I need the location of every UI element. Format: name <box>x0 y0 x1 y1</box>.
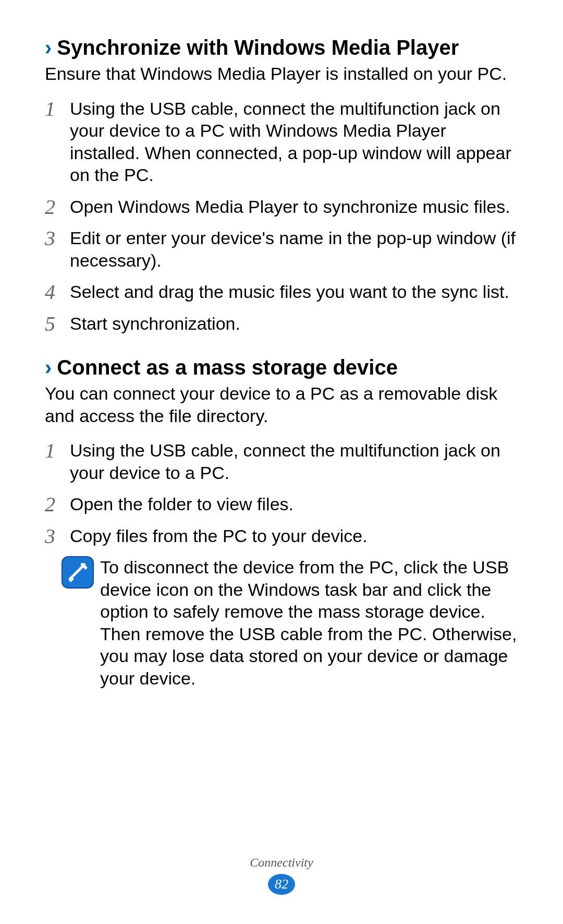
manual-page: › Synchronize with Windows Media Player … <box>0 0 563 924</box>
step-text: Edit or enter your device's name in the … <box>70 227 518 271</box>
step-item: 3 Edit or enter your device's name in th… <box>45 227 518 271</box>
note-block: To disconnect the device from the PC, cl… <box>45 556 518 689</box>
chevron-icon: › <box>45 37 52 58</box>
note-text: To disconnect the device from the PC, cl… <box>100 556 518 689</box>
chevron-icon: › <box>45 357 52 378</box>
heading-text: Synchronize with Windows Media Player <box>57 35 459 59</box>
step-number: 1 <box>45 439 70 461</box>
step-text: Select and drag the music files you want… <box>70 281 518 303</box>
steps-list-sync: 1 Using the USB cable, connect the multi… <box>45 98 518 335</box>
intro-text: Ensure that Windows Media Player is inst… <box>45 63 518 85</box>
page-number-badge: 82 <box>267 873 296 896</box>
step-item: 2 Open the folder to view files. <box>45 493 518 515</box>
step-item: 3 Copy files from the PC to your device. <box>45 525 518 547</box>
step-item: 4 Select and drag the music files you wa… <box>45 281 518 303</box>
step-item: 5 Start synchronization. <box>45 313 518 335</box>
note-icon <box>62 556 94 589</box>
step-number: 2 <box>45 196 70 218</box>
step-text: Open the folder to view files. <box>70 493 518 515</box>
step-number: 5 <box>45 313 70 334</box>
step-item: 2 Open Windows Media Player to synchroni… <box>45 196 518 218</box>
step-number: 4 <box>45 281 70 303</box>
step-number: 2 <box>45 493 70 515</box>
section-heading-sync: › Synchronize with Windows Media Player <box>45 35 518 59</box>
step-text: Start synchronization. <box>70 313 518 335</box>
step-text: Using the USB cable, connect the multifu… <box>70 439 518 484</box>
step-text: Using the USB cable, connect the multifu… <box>70 98 518 186</box>
section-heading-mass-storage: › Connect as a mass storage device <box>45 355 518 379</box>
step-text: Open Windows Media Player to synchronize… <box>70 196 518 218</box>
step-number: 3 <box>45 227 70 249</box>
steps-list-mass-storage: 1 Using the USB cable, connect the multi… <box>45 439 518 547</box>
step-item: 1 Using the USB cable, connect the multi… <box>45 98 518 186</box>
step-number: 1 <box>45 98 70 119</box>
footer-section-label: Connectivity <box>0 856 563 870</box>
page-number: 82 <box>275 877 288 892</box>
intro-text: You can connect your device to a PC as a… <box>45 382 518 427</box>
step-item: 1 Using the USB cable, connect the multi… <box>45 439 518 484</box>
page-footer: Connectivity 82 <box>0 856 563 896</box>
heading-text: Connect as a mass storage device <box>57 355 398 379</box>
step-text: Copy files from the PC to your device. <box>70 525 518 547</box>
step-number: 3 <box>45 525 70 547</box>
